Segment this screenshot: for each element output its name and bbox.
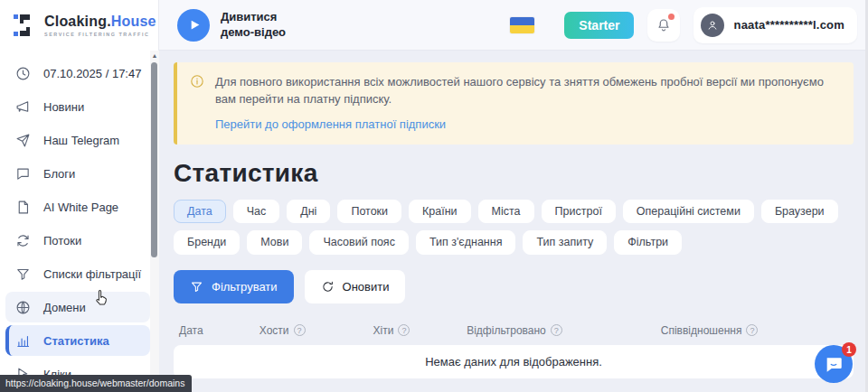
refresh-icon: [321, 280, 335, 294]
main-area: Дивитися демо-відео Starter naata***: [159, 0, 868, 392]
chat-widget-button[interactable]: 1: [815, 345, 853, 383]
column-label: Відфільтровано: [467, 324, 546, 337]
sidebar-item-label: Новини: [43, 100, 84, 114]
tab-потоки[interactable]: Потоки: [337, 200, 401, 224]
sidebar-item-label: Списки фільтрації: [43, 267, 141, 281]
sidebar-nav: 07.10.2025 / 17:47НовиниНаш TelegramБлог…: [0, 51, 158, 389]
logo[interactable]: Cloaking.House SERVICE FILTERING TRAFFIC: [0, 0, 158, 51]
sidebar-item-label: Блоги: [43, 167, 75, 181]
sidebar-item-page[interactable]: AI White Page: [5, 191, 150, 222]
user-email: naata**********l.com: [733, 18, 844, 32]
sidebar: Cloaking.House SERVICE FILTERING TRAFFIC…: [0, 0, 159, 392]
brand-tagline: SERVICE FILTERING TRAFFIC: [44, 32, 156, 37]
notifications-button[interactable]: [647, 9, 680, 42]
language-flag-ukraine[interactable]: [510, 17, 534, 33]
avatar: [701, 14, 724, 37]
column-header: Співвідношення?: [661, 324, 848, 337]
watch-demo-button[interactable]: Дивитися демо-відео: [177, 9, 286, 42]
column-header: Дата: [179, 324, 259, 337]
tab-фільтри[interactable]: Фільтри: [614, 230, 682, 255]
help-icon[interactable]: ?: [746, 324, 758, 336]
tab-країни[interactable]: Країни: [409, 200, 471, 224]
column-header: Хіти?: [373, 324, 467, 337]
actions-row: Фільтрувати Оновити: [174, 270, 854, 303]
app-window: Cloaking.House SERVICE FILTERING TRAFFIC…: [0, 0, 868, 392]
tab-мови[interactable]: Мови: [247, 230, 302, 255]
megaphone-icon: [15, 99, 31, 115]
sidebar-item-megaphone[interactable]: Новини: [5, 91, 150, 122]
sidebar-item-label: 07.10.2025 / 17:47: [43, 67, 141, 80]
logo-mark-icon: [13, 13, 36, 38]
telegram-icon: [15, 133, 31, 148]
sync-icon: [15, 233, 31, 248]
banner-text: Для повного використання всіх можливосте…: [215, 74, 839, 108]
clock-icon: [15, 66, 31, 81]
sidebar-item-sync[interactable]: Потоки: [5, 225, 150, 256]
stats-tabs: ДатаЧасДніПотокиКраїниМістаПристроїОпера…: [174, 200, 843, 255]
column-label: Хости: [259, 324, 289, 337]
trial-warning-banner: Для повного використання всіх можливосте…: [174, 62, 854, 145]
sidebar-item-label: Домени: [43, 301, 86, 314]
sidebar-item-globe[interactable]: Домени: [5, 292, 150, 322]
tab-тип-запиту[interactable]: Тип запиту: [523, 230, 607, 255]
funnel-icon: [190, 280, 203, 294]
play-icon[interactable]: [177, 9, 210, 42]
subscription-link[interactable]: Перейти до оформлення платної підписки: [215, 117, 446, 131]
sidebar-item-chat-bubble[interactable]: Блоги: [5, 158, 150, 189]
help-icon[interactable]: ?: [398, 324, 410, 336]
plan-badge[interactable]: Starter: [564, 12, 634, 39]
funnel-icon: [15, 266, 31, 282]
scrollbar-thumb[interactable]: [151, 62, 157, 257]
sidebar-item-label: Потоки: [43, 234, 81, 247]
tab-операційні-системи[interactable]: Операційні системи: [623, 200, 754, 224]
tab-час[interactable]: Час: [233, 200, 280, 224]
sidebar-scrollbar[interactable]: ▲ ▼: [150, 51, 159, 392]
sidebar-item-telegram[interactable]: Наш Telegram: [5, 125, 150, 155]
refresh-button[interactable]: Оновити: [305, 270, 406, 303]
sidebar-item-label: Наш Telegram: [43, 134, 119, 147]
tab-дата[interactable]: Дата: [174, 200, 226, 224]
tab-браузери[interactable]: Браузери: [761, 200, 838, 224]
scroll-up-icon[interactable]: ▲: [150, 51, 159, 61]
tab-тип-з-єднання[interactable]: Тип з'єднання: [416, 230, 516, 255]
tab-дні[interactable]: Дні: [287, 200, 330, 224]
tab-міста[interactable]: Міста: [478, 200, 534, 224]
column-label: Співвідношення: [661, 324, 742, 337]
sidebar-item-label: Статистика: [43, 334, 109, 348]
topbar: Дивитися демо-відео Starter naata***: [159, 0, 868, 51]
status-url-tooltip: https://cloaking.house/webmaster/domains: [0, 375, 192, 392]
column-label: Хіти: [373, 324, 394, 337]
watch-demo-label: Дивитися демо-відео: [221, 10, 286, 41]
content: Для повного використання всіх можливосте…: [159, 51, 868, 378]
info-icon: [190, 74, 204, 89]
bar-chart-icon: [15, 333, 31, 349]
user-menu[interactable]: naata**********l.com: [693, 7, 857, 43]
notification-dot: [668, 14, 675, 20]
tab-часовий-пояс[interactable]: Часовий пояс: [309, 230, 408, 255]
sidebar-item-bar-chart[interactable]: Статистика: [5, 325, 150, 356]
filter-button[interactable]: Фільтрувати: [174, 270, 294, 303]
page-icon: [15, 200, 31, 215]
help-icon[interactable]: ?: [551, 324, 562, 336]
chat-unread-badge: 1: [842, 342, 856, 357]
column-label: Дата: [179, 324, 203, 337]
chat-icon: [824, 354, 844, 374]
brand-name: Cloaking.House: [44, 14, 156, 30]
sidebar-item-clock[interactable]: 07.10.2025 / 17:47: [5, 58, 150, 89]
stats-table-header: ДатаХости?Хіти?Відфільтровано?Співвіднош…: [174, 316, 854, 345]
tab-пристрої[interactable]: Пристрої: [542, 200, 616, 224]
tab-бренди[interactable]: Бренди: [174, 230, 240, 255]
sidebar-item-label: AI White Page: [43, 201, 118, 214]
person-icon: [706, 19, 719, 32]
chat-bubble-icon: [15, 166, 31, 182]
help-icon[interactable]: ?: [294, 324, 306, 336]
globe-icon: [15, 300, 31, 315]
column-header: Хости?: [259, 324, 373, 337]
sidebar-item-funnel[interactable]: Списки фільтрації: [5, 258, 150, 289]
column-header: Відфільтровано?: [467, 324, 661, 337]
page-title: Статистика: [174, 159, 854, 188]
empty-state: Немає даних для відображення.: [174, 345, 854, 378]
